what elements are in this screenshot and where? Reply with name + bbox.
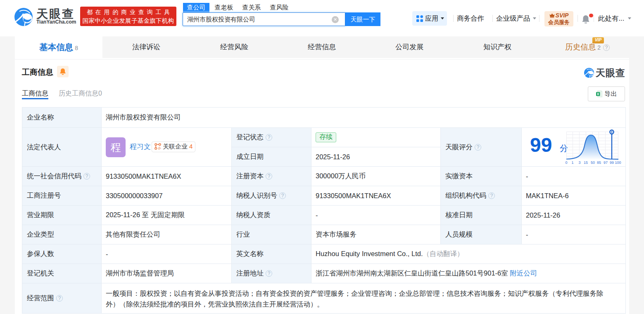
svg-text:50: 50 (591, 161, 595, 165)
svg-text:97: 97 (604, 161, 608, 165)
svg-text:企: 企 (158, 146, 161, 150)
svg-text:99: 99 (610, 161, 614, 165)
svg-text:100: 100 (615, 161, 621, 165)
svg-text:3: 3 (578, 161, 580, 165)
svg-text:0: 0 (565, 161, 567, 165)
svg-text:85: 85 (597, 161, 601, 165)
svg-text:15: 15 (584, 161, 588, 165)
svg-text:1: 1 (571, 161, 573, 165)
